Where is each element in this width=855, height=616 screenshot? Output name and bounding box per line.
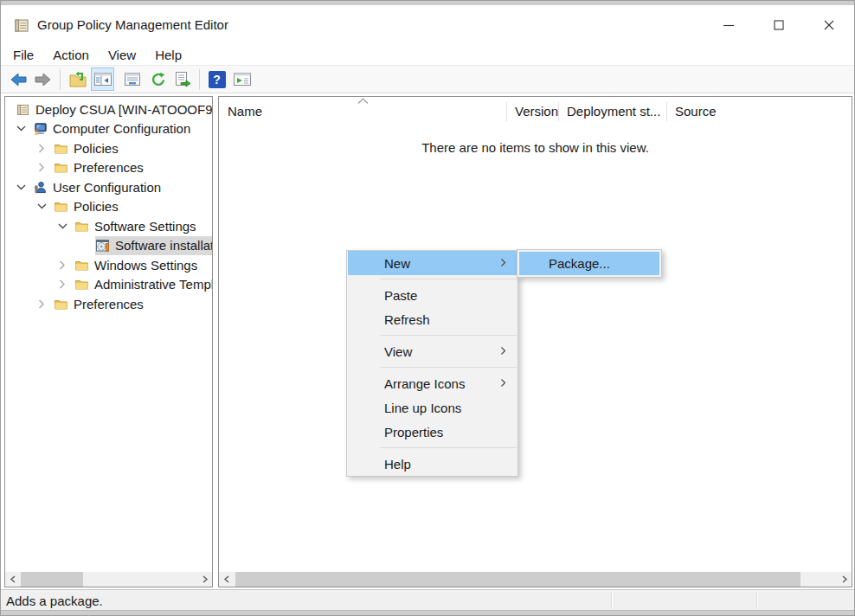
back-icon — [9, 72, 28, 87]
user-icon — [33, 180, 52, 195]
new-submenu: Package... — [517, 249, 662, 278]
window-title: Group Policy Management Editor — [37, 17, 228, 32]
menu-view[interactable]: View — [108, 48, 136, 62]
statusbar-divider — [756, 592, 758, 609]
tree-item-user-preferences[interactable]: Preferences — [5, 294, 212, 314]
folder-icon — [54, 141, 73, 156]
show-hide-console-tree-button[interactable] — [91, 67, 114, 91]
context-menu-item-refresh[interactable]: Refresh — [348, 307, 517, 331]
toolbar: ? — [1, 65, 854, 93]
folder-icon — [54, 199, 73, 214]
scroll-right-arrow[interactable] — [197, 572, 212, 587]
chevron-right-icon[interactable] — [36, 138, 54, 158]
titlebar: Group Policy Management Editor — [1, 5, 854, 44]
tree-item-user-configuration[interactable]: User Configuration — [5, 177, 212, 197]
scroll-left-arrow[interactable] — [5, 572, 20, 587]
folder-icon — [54, 160, 73, 175]
maximize-button[interactable] — [754, 5, 804, 44]
context-menu-item-help[interactable]: Help — [348, 452, 517, 476]
menu-action[interactable]: Action — [53, 48, 89, 62]
context-menu-item-new[interactable]: New — [348, 251, 517, 275]
column-header-version[interactable]: Version — [506, 97, 558, 125]
list-horizontal-scrollbar[interactable] — [219, 572, 852, 587]
column-header-deployment-state[interactable]: Deployment st... — [558, 97, 666, 125]
scrollbar-thumb[interactable] — [235, 572, 800, 587]
close-button[interactable] — [804, 5, 854, 44]
refresh-button[interactable] — [145, 67, 169, 91]
status-text: Adds a package. — [6, 594, 103, 608]
console-tree-icon — [93, 71, 112, 87]
menu-separator — [380, 447, 517, 448]
context-menu-item-paste[interactable]: Paste — [348, 283, 517, 307]
export-list-button[interactable] — [170, 67, 194, 91]
tree-item-computer-preferences[interactable]: Preferences — [5, 158, 212, 178]
refresh-icon — [149, 72, 165, 87]
properties-button[interactable] — [120, 67, 144, 91]
column-separator[interactable] — [558, 102, 559, 121]
empty-list-message: There are no items to show in this view. — [219, 140, 852, 155]
forward-button[interactable] — [31, 67, 55, 91]
new-window-icon — [233, 71, 252, 87]
folder-icon — [74, 258, 93, 273]
tree-item-software-settings[interactable]: Software Settings — [5, 216, 212, 236]
tree-item-administrative-templates[interactable]: Administrative Templ — [5, 275, 212, 295]
context-menu-item-properties[interactable]: Properties — [348, 420, 517, 444]
context-menu-item-line-up-icons[interactable]: Line up Icons — [348, 395, 517, 420]
tree-item-computer-configuration[interactable]: Computer Configuration — [5, 119, 212, 139]
selected-row-highlight: Software installat — [95, 236, 212, 256]
tree-item-windows-settings[interactable]: Windows Settings — [5, 255, 212, 275]
tree-item-computer-policies[interactable]: Policies — [5, 138, 212, 158]
chevron-right-icon[interactable] — [36, 158, 54, 178]
tree-horizontal-scrollbar[interactable] — [5, 572, 212, 587]
menubar: File Action View Help — [1, 44, 854, 65]
properties-icon — [123, 71, 142, 87]
chevron-right-icon[interactable] — [36, 294, 54, 314]
console-tree-pane: Deploy CSUA [WIN-ATOOOF9I7C Computer Con… — [4, 96, 213, 587]
folder-icon — [54, 297, 73, 311]
scrollbar-thumb[interactable] — [21, 572, 83, 587]
menu-separator — [380, 279, 517, 279]
chevron-right-icon[interactable] — [57, 275, 74, 295]
back-button[interactable] — [6, 67, 29, 91]
menu-file[interactable]: File — [13, 48, 34, 62]
expander-spacer — [78, 236, 95, 256]
window-controls — [704, 5, 854, 44]
minimize-button[interactable] — [704, 5, 754, 44]
context-menu-item-view[interactable]: View — [348, 339, 517, 363]
column-header-name[interactable]: Name — [219, 97, 506, 125]
column-separator[interactable] — [666, 102, 667, 121]
chevron-down-icon[interactable] — [57, 216, 74, 236]
menu-help[interactable]: Help — [155, 48, 182, 62]
close-icon — [823, 19, 835, 31]
submenu-item-package[interactable]: Package... — [519, 252, 659, 275]
menu-separator — [380, 335, 517, 336]
gpo-scroll-app-icon — [13, 16, 30, 34]
submenu-arrow-icon — [500, 346, 506, 356]
context-menu-item-arrange-icons[interactable]: Arrange Icons — [348, 371, 517, 395]
chevron-down-icon[interactable] — [16, 177, 33, 197]
statusbar: Adds a package. — [1, 589, 854, 611]
scroll-left-arrow[interactable] — [219, 572, 234, 587]
column-separator[interactable] — [506, 102, 507, 121]
toolbar-separator — [199, 69, 200, 90]
window-bottom-edge — [1, 610, 854, 615]
computer-icon — [33, 121, 52, 136]
maximize-icon — [773, 19, 785, 31]
folder-icon — [74, 277, 93, 292]
tree-item-deploy-csua[interactable]: Deploy CSUA [WIN-ATOOOF9I7C — [5, 99, 212, 119]
chevron-right-icon[interactable] — [57, 255, 74, 275]
export-list-icon — [173, 71, 191, 87]
menu-separator — [380, 367, 517, 368]
chevron-down-icon[interactable] — [36, 197, 54, 217]
up-one-level-button[interactable] — [66, 67, 89, 91]
show-in-new-window-button[interactable] — [230, 67, 254, 91]
submenu-arrow-icon — [500, 258, 506, 267]
tree-item-software-installation[interactable]: Software installat — [5, 236, 212, 256]
help-button[interactable]: ? — [205, 67, 228, 91]
tree-item-user-policies[interactable]: Policies — [5, 197, 212, 217]
column-header-source[interactable]: Source — [666, 97, 852, 125]
minimize-icon — [723, 19, 735, 31]
scroll-right-arrow[interactable] — [837, 572, 852, 587]
chevron-down-icon[interactable] — [16, 119, 33, 139]
gpo-scroll-icon — [16, 102, 35, 117]
